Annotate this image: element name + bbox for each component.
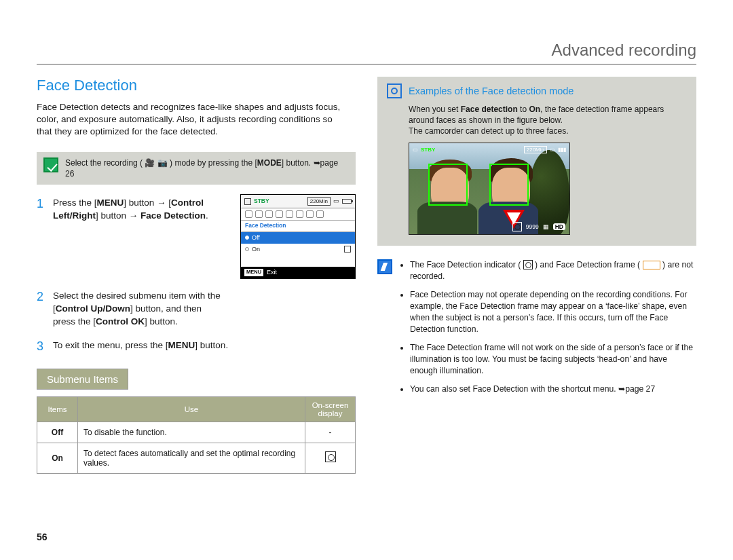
card-icon: ▭ [413, 147, 418, 153]
photo-overlay-bottom: 9999 ▦ HD [512, 222, 565, 231]
section-title: Face Detection [37, 77, 356, 94]
face-detect-icon [325, 451, 336, 462]
card-icon-2: ▭ [550, 147, 555, 153]
step-number-1: 1 [37, 197, 45, 279]
radio-unselected-icon [245, 247, 249, 251]
list-item: The Face Detection frame will not work o… [410, 342, 696, 377]
lcd-option-on: On [241, 244, 355, 255]
lcd-menu-tag: MENU [244, 269, 263, 276]
battery-icon [342, 199, 352, 204]
cell-off-desc: To disable the function. [78, 422, 305, 443]
video-icon: 🎥 [145, 158, 155, 168]
submenu-heading: Submenu Items [37, 369, 128, 390]
step-2-body: Select the desired submenu item with the… [53, 290, 223, 329]
lcd-icon-7 [306, 210, 314, 218]
face-detect-icon [523, 260, 533, 269]
cell-on-label: On [52, 453, 63, 463]
cell-off-display: - [305, 422, 356, 443]
example-body: When you set Face detection to On, the f… [409, 104, 687, 137]
lcd-icon-1 [245, 210, 252, 218]
lcd-time: 220Min [307, 197, 331, 206]
face-frame-2 [489, 164, 529, 206]
lcd-icon-5 [286, 210, 293, 218]
th-use: Use [78, 396, 305, 422]
photo-stby: STBY [421, 147, 435, 153]
lcd-exit-label: Exit [267, 268, 277, 277]
steps-list: 1 STBY 220Min [37, 197, 356, 354]
camera-icon: 📷 [157, 158, 168, 168]
left-column: Face Detection Face Detection detects an… [37, 77, 356, 474]
page-header: Advanced recording [37, 41, 696, 64]
list-item: Face Detection may not operate depending… [410, 289, 696, 335]
lcd-icon-6 [296, 210, 303, 218]
note-icon [377, 259, 392, 274]
photo-time: 220Min [524, 146, 547, 153]
radio-selected-icon [245, 236, 249, 240]
page-number: 56 [37, 531, 48, 542]
cell-off-label: Off [52, 428, 63, 437]
step-number-3: 3 [37, 339, 45, 354]
cell-on-display [305, 443, 356, 473]
photo-count: 9999 [526, 223, 539, 230]
photo-overlay-top: ▭ STBY 220Min ▭ ▮▮▮ [413, 146, 566, 153]
card-icon-small: ▭ [333, 197, 339, 206]
example-panel: Examples of the Face detection mode When… [377, 77, 696, 246]
th-items: Items [37, 396, 78, 422]
notes-block: The Face Detection indicator ( ) and Fac… [377, 259, 696, 403]
face-frame-1 [428, 164, 468, 206]
step-number-2: 2 [37, 290, 45, 329]
lcd-icon-4 [276, 210, 283, 218]
notes-list: The Face Detection indicator ( ) and Fac… [410, 259, 696, 403]
cell-on-desc: To detect faces automatically and set th… [78, 443, 305, 473]
table-row: On To detect faces automatically and set… [37, 443, 356, 473]
mode-note-box: Select the recording ( 🎥 📷 ) mode by pre… [37, 152, 356, 185]
lcd-icon-8 [316, 210, 324, 218]
lcd-option-off: Off [241, 232, 355, 244]
magnifier-icon [387, 83, 402, 98]
table-row: Off To disable the function. - [37, 422, 356, 443]
right-column: Examples of the Face detection mode When… [377, 77, 696, 474]
storage-icon: ▦ [543, 223, 549, 230]
intro-text: Face Detection detects and recognizes fa… [37, 101, 349, 138]
example-title: Examples of the Face detection mode [409, 86, 574, 96]
face-detect-small-icon [344, 246, 351, 253]
lcd-icon-3 [265, 210, 273, 218]
list-item: The Face Detection indicator ( ) and Fac… [410, 259, 696, 282]
frame-rect-icon [643, 261, 660, 269]
lcd-menu-label: Face Detection [241, 221, 355, 232]
th-display: On-screen display [305, 396, 356, 422]
list-item: You can also set Face Detection with the… [410, 384, 696, 395]
lcd-screenshot: STBY 220Min ▭ [240, 194, 356, 279]
example-photo: ▭ STBY 220Min ▭ ▮▮▮ 9999 ▦ HD [409, 143, 570, 235]
check-icon [43, 157, 58, 172]
lcd-stby: STBY [254, 198, 269, 206]
face-detect-icon [512, 222, 522, 231]
submenu-table: Items Use On-screen display Off To disab… [37, 396, 356, 474]
step-1-body: STBY 220Min ▭ [53, 197, 356, 279]
battery-icon: ▮▮▮ [558, 147, 566, 153]
mode-note-text: Select the recording ( 🎥 📷 ) mode by pre… [65, 157, 349, 179]
manual-page: Advanced recording Face Detection Face D… [0, 0, 733, 560]
hd-badge: HD [553, 223, 565, 230]
step-3-body: To exit the menu, press the [MENU] butto… [53, 339, 356, 354]
lcd-icon-2 [255, 210, 263, 218]
card-icon [244, 198, 251, 205]
